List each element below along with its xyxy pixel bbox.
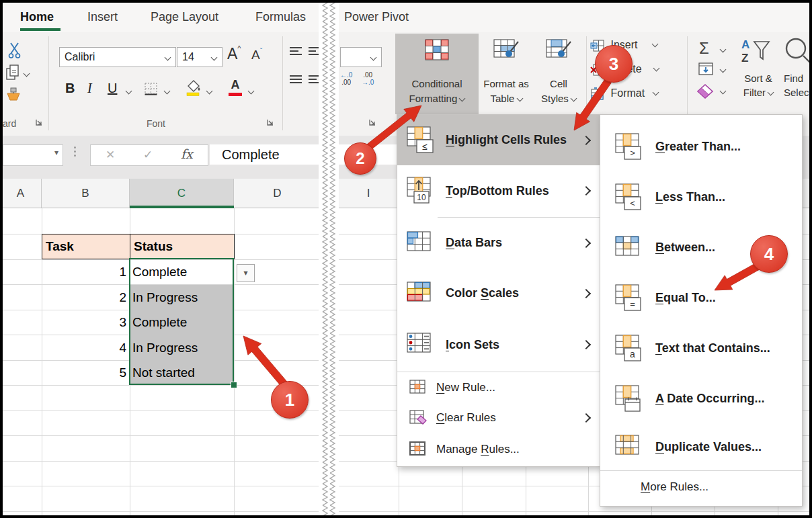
cell-b3[interactable]: 1 xyxy=(42,259,126,284)
cell-b2-task-header[interactable]: Task xyxy=(42,234,130,259)
cut-icon[interactable] xyxy=(8,42,23,59)
align-left-icon[interactable] xyxy=(289,74,302,86)
cell-b7[interactable]: 5 xyxy=(42,360,126,385)
fill-color-icon[interactable] xyxy=(186,79,202,97)
tab-home[interactable]: Home xyxy=(20,7,54,27)
italic-button[interactable]: I xyxy=(87,81,92,96)
insert-function-icon[interactable]: fx xyxy=(181,146,193,161)
cell-styles-button[interactable]: Cell Styles xyxy=(534,34,583,114)
tab-insert[interactable]: Insert xyxy=(87,7,118,27)
menu-item-new-rule[interactable]: New Rule... xyxy=(397,372,600,402)
conditional-formatting-label-2: Formatting xyxy=(395,93,479,104)
data-validation-dropdown-button[interactable]: ▾ xyxy=(237,264,255,282)
submenu-item-greater-than[interactable]: > Greater Than... xyxy=(600,122,802,172)
menu-item-data-bars[interactable]: Data Bars xyxy=(397,218,600,268)
format-cells-label: Format xyxy=(610,87,645,99)
underline-chevron[interactable] xyxy=(126,88,132,95)
font-color-chevron[interactable] xyxy=(248,88,255,95)
cell-b5[interactable]: 3 xyxy=(42,310,126,335)
cell-c2-status-header[interactable]: Status xyxy=(130,234,235,259)
annotation-step-2: 2 xyxy=(344,142,376,175)
menu-item-top-bottom-rules[interactable]: 10 Top/Bottom Rules xyxy=(397,165,600,216)
column-header-d[interactable]: D xyxy=(234,179,321,208)
format-as-table-button[interactable]: Format as Table xyxy=(480,34,532,114)
menu-item-manage-rules[interactable]: Manage Rules... xyxy=(397,433,600,466)
copy-dropdown-chevron[interactable] xyxy=(24,71,30,77)
font-size-chevron[interactable] xyxy=(211,54,218,61)
find-select-button[interactable]: Find Selec xyxy=(784,36,812,98)
cell-styles-label-2: Styles xyxy=(534,93,583,104)
sort-filter-button[interactable]: A Z Sort & Filter xyxy=(734,36,782,98)
annotation-step-1: 1 xyxy=(271,381,309,419)
clear-icon[interactable] xyxy=(696,83,714,99)
font-color-swatch xyxy=(229,93,242,96)
borders-chevron[interactable] xyxy=(164,88,171,95)
submenu-item-more-rules[interactable]: More Rules... xyxy=(600,471,802,503)
submenu-item-text-that-contains[interactable]: a Text that Contains... xyxy=(600,323,802,374)
font-name-combo[interactable]: Calibri xyxy=(59,47,176,67)
conditional-formatting-button[interactable]: Conditional Formatting xyxy=(395,34,479,114)
underline-button[interactable]: U xyxy=(108,81,117,96)
autosum-chevron[interactable] xyxy=(720,46,727,53)
fill-color-chevron[interactable] xyxy=(206,88,213,95)
submenu-arrow-icon xyxy=(581,340,591,349)
number-format-chevron[interactable] xyxy=(370,54,377,61)
bold-button[interactable]: B xyxy=(65,81,75,96)
font-group-label: Font xyxy=(134,118,177,129)
fill-down-icon[interactable] xyxy=(698,62,714,77)
text-that-contains-icon: a xyxy=(615,335,646,363)
font-size-value: 14 xyxy=(182,51,194,62)
format-cells-button[interactable]: Format xyxy=(590,87,658,103)
copy-icon[interactable] xyxy=(5,64,20,82)
fill-chevron[interactable] xyxy=(720,67,727,73)
menu-item-icon-sets[interactable]: Icon Sets xyxy=(397,318,600,371)
increase-decimal-button[interactable]: ←.0.00 xyxy=(340,71,352,86)
submenu-item-duplicate-values[interactable]: Duplicate Values... xyxy=(600,424,802,470)
cell-b6[interactable]: 4 xyxy=(42,335,126,360)
column-header-a[interactable]: A xyxy=(0,179,42,208)
submenu-item-equal-to[interactable]: = Equal To... xyxy=(600,273,802,323)
font-color-button[interactable]: A xyxy=(227,78,243,96)
format-as-table-label-1: Format as xyxy=(480,78,532,89)
manage-rules-icon xyxy=(409,441,427,457)
align-top-icon[interactable] xyxy=(289,46,302,58)
borders-icon[interactable] xyxy=(144,82,159,97)
font-size-combo[interactable]: 14 xyxy=(177,47,222,67)
find-select-label-2: Selec xyxy=(784,87,812,98)
number-format-combo[interactable] xyxy=(340,47,382,67)
submenu-item-less-than[interactable]: < Less Than... xyxy=(600,172,802,222)
autosum-button[interactable]: Σ xyxy=(699,39,709,58)
icon-sets-icon xyxy=(407,333,438,357)
column-header-c-selected[interactable]: C xyxy=(130,179,234,208)
greater-than-icon: > xyxy=(615,133,646,161)
duplicate-values-icon xyxy=(615,435,646,459)
font-dialog-launcher-icon[interactable] xyxy=(266,118,275,127)
formula-bar-grip-icon xyxy=(74,146,77,157)
menu-item-clear-rules[interactable]: Clear Rules xyxy=(397,402,600,433)
column-header-i[interactable]: I xyxy=(339,179,399,208)
name-box-dropdown-icon[interactable]: ▾ xyxy=(54,148,58,157)
decrease-decimal-button[interactable]: .00→.0 xyxy=(362,71,374,86)
submenu-item-a-date-occurring[interactable]: A Date Occurring... xyxy=(600,374,802,424)
tab-formulas[interactable]: Formulas xyxy=(255,7,306,27)
alignment-dialog-launcher-icon[interactable] xyxy=(368,118,377,127)
column-header-b[interactable]: B xyxy=(42,179,130,208)
clear-chevron[interactable] xyxy=(720,88,727,95)
equal-to-icon: = xyxy=(615,284,646,312)
increase-font-size-button[interactable]: A^ xyxy=(227,44,241,63)
enter-icon[interactable]: ✓ xyxy=(143,148,153,162)
cell-b4[interactable]: 2 xyxy=(42,285,126,310)
decrease-font-size-button[interactable]: Aˇ xyxy=(251,47,262,62)
format-painter-icon[interactable] xyxy=(5,87,22,103)
fill-handle[interactable] xyxy=(231,382,237,388)
tab-power-pivot[interactable]: Power Pivot xyxy=(344,7,409,27)
conditional-formatting-icon xyxy=(425,39,450,62)
clipboard-dialog-launcher-icon[interactable] xyxy=(35,118,44,127)
menu-item-color-scales[interactable]: Color Scales xyxy=(397,268,600,318)
menu-item-highlight-cells-rules[interactable]: ≤ Highlight Cells Rules xyxy=(397,115,600,165)
font-name-chevron[interactable] xyxy=(165,54,171,61)
tab-page-layout[interactable]: Page Layout xyxy=(151,7,218,27)
cancel-icon[interactable]: ✕ xyxy=(106,148,115,162)
highlight-cells-rules-icon: ≤ xyxy=(407,126,438,155)
name-box[interactable]: ▾ xyxy=(3,144,63,166)
